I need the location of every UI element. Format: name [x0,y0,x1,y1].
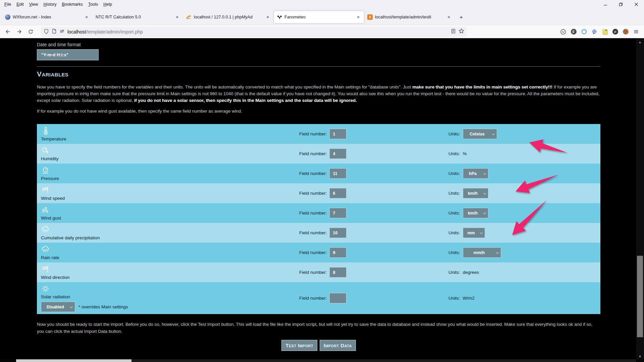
extension-blue-ring-icon[interactable] [581,28,587,35]
menu-file[interactable]: File [2,1,13,8]
scroll-up-icon[interactable]: ▲ [636,39,644,45]
variables-table: Temperature Field number: Units: Celsius [37,124,600,314]
back-icon[interactable] [3,27,13,37]
tab-phpmyadmin[interactable]: localhost / 127.0.0.1 | phpMyAd ✕ [183,11,273,23]
tab-ntc-calculation[interactable]: NTC R/T Calculation 5.0 ✕ [93,11,183,23]
rain-rate-field-input[interactable] [329,247,346,258]
rain-rate-units-select[interactable]: mm/h [463,247,501,258]
menu-bookmarks[interactable]: Bookmarks [60,1,86,8]
wind-gust-note: If for example you do not have wind gust… [37,108,600,115]
row-label: Wind direction [41,275,299,280]
tab-wxforum[interactable]: WXforum.net - Index ✕ [2,11,92,23]
menu-tools[interactable]: Tools [86,1,100,8]
humidity-field-input[interactable] [329,148,346,159]
divider [37,66,600,67]
tab-close-icon[interactable]: ✕ [174,14,180,20]
chevron-down-icon [483,212,486,214]
new-tab-button[interactable]: + [456,12,466,22]
restore-button[interactable] [613,0,629,9]
tab-close-icon[interactable]: ✕ [84,14,90,20]
precipitation-units-select[interactable]: mm [463,228,485,238]
vpn-globe-icon[interactable] [591,28,598,35]
tab-close-icon[interactable]: ✕ [355,14,361,20]
datetime-format-input[interactable] [37,49,99,60]
menu-help[interactable]: Help [101,1,114,8]
wind-lines-icon [41,205,50,215]
rain-cloud-icon [41,225,50,234]
wind-speed-field-input[interactable] [329,188,346,198]
menu-edit[interactable]: Edit [14,1,26,8]
tab-fanometeo-active[interactable]: Fanometeo ✕ [274,11,364,23]
pressure-gauge-icon [41,166,50,175]
menu-bar: File Edit View History Bookmarks Tools H… [0,0,644,9]
datetime-format-label: Date and time format [37,42,600,47]
table-row-solar-radiation: Solar radiation Disabled * overrides Mai… [37,282,600,314]
fanometeo-favicon-icon [277,14,282,20]
wind-gust-units-select[interactable]: km/h [463,208,488,218]
bookmark-star-icon[interactable] [459,28,464,35]
table-row-temperature: Temperature Field number: Units: Celsius [37,124,600,144]
reload-icon[interactable] [25,27,36,37]
vertical-scrollbar[interactable]: ▲ ▼ [636,39,644,360]
notes-icon[interactable] [601,28,608,35]
horizontal-scrollbar-thumb[interactable] [16,359,131,362]
hamburger-menu-icon[interactable] [633,28,639,35]
row-label: Pressure [41,176,299,181]
pocket-icon[interactable] [560,28,567,35]
row-label: Cumulative daily precipitation [41,235,299,240]
solar-mode-select[interactable]: Disabled [41,302,75,312]
temperature-field-input[interactable] [329,129,346,139]
url-host: localhost [67,29,86,35]
menu-view[interactable]: View [27,1,41,8]
pressure-units-select[interactable]: hPa [463,168,488,179]
import-data-button[interactable]: Import Data [320,340,356,351]
menu-history[interactable]: History [41,1,59,8]
cookie-icon[interactable] [622,28,629,35]
units-label: Units: [448,191,460,196]
url-text[interactable]: localhost/template/admin/import.php [67,29,448,35]
close-window-button[interactable] [629,0,644,9]
windsock-icon [41,265,50,274]
reader-view-icon[interactable] [451,28,456,35]
tab-localhost-test[interactable]: X localhost/template/admin/testli ✕ [365,11,454,23]
page-info-icon[interactable] [52,28,57,35]
tab-close-icon[interactable]: ✕ [265,14,271,20]
privacy-arrows-icon[interactable]: ⇄ [612,28,619,35]
sun-icon [41,284,50,293]
phpmyadmin-favicon-icon [186,14,192,20]
tab-strip: WXforum.net - Index ✕ NTC R/T Calculatio… [0,9,644,25]
wind-direction-field-input[interactable] [329,267,346,278]
url-bar[interactable]: localhost/template/admin/import.php [41,27,467,37]
tab-title: NTC R/T Calculation 5.0 [96,15,172,19]
shield-icon[interactable] [44,28,49,35]
tab-close-icon[interactable]: ✕ [446,14,452,20]
solar-field-input[interactable] [329,293,346,303]
url-path: /template/admin/import.php [86,29,143,35]
temperature-units-select[interactable]: Celsius [463,129,497,139]
page-content: Date and time format Variables Now you h… [0,39,644,362]
tab-title: WXforum.net - Index [13,15,81,19]
chevron-down-icon [496,251,498,254]
wxforum-favicon-icon [5,14,10,20]
windsock-icon [41,186,50,195]
solar-override-note: * overrides Main settings [78,304,128,309]
chevron-down-icon [483,192,486,194]
tab-title: localhost/template/admin/testli [375,15,443,19]
wind-gust-field-input[interactable] [329,208,346,218]
chevron-down-icon [492,132,494,135]
test-import-button[interactable]: Test Import [281,340,317,351]
forward-icon[interactable] [14,27,24,37]
pressure-field-input[interactable] [329,168,346,179]
extension-f-icon[interactable]: F [570,28,577,35]
permissions-icon[interactable] [59,28,65,35]
vertical-scrollbar-thumb[interactable] [637,256,643,337]
wind-speed-units-select[interactable]: km/h [463,188,488,198]
precipitation-field-input[interactable] [329,228,346,238]
horizontal-scrollbar[interactable] [0,359,644,362]
field-number-label: Field number: [299,191,327,196]
scroll-down-icon[interactable]: ▼ [636,354,644,359]
row-label: Wind speed [41,196,299,201]
outro-paragraph: Now you should be ready to start the imp… [37,321,600,335]
units-label: Units: [448,171,460,176]
minimize-button[interactable] [598,0,613,9]
